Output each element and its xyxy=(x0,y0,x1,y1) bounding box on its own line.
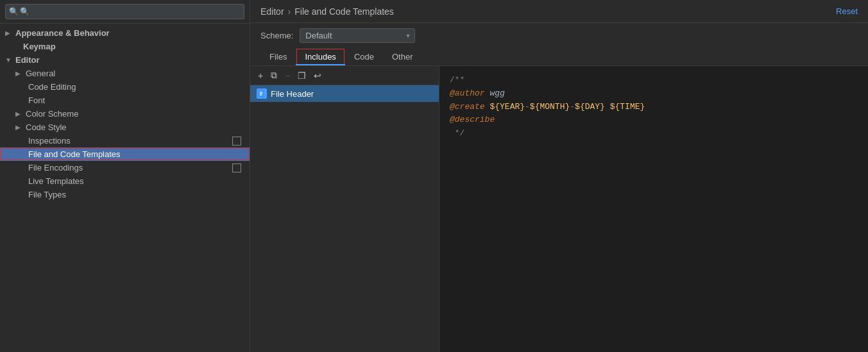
sidebar-item-color-scheme[interactable]: ▶ Color Scheme xyxy=(0,107,250,121)
search-bar: 🔍 xyxy=(0,0,250,24)
sidebar-item-code-style[interactable]: ▶ Code Style xyxy=(0,121,250,134)
file-item-file-header[interactable]: File Header xyxy=(250,85,439,102)
sidebar-item-inspections[interactable]: Inspections xyxy=(0,134,250,147)
arrow-icon: ▶ xyxy=(15,124,23,131)
sidebar-item-font[interactable]: Font xyxy=(0,94,250,107)
sidebar-item-label: Appearance & Behavior xyxy=(15,28,110,38)
breadcrumb: Editor › File and Code Templates xyxy=(260,6,394,17)
duplicate-button[interactable]: ❐ xyxy=(295,69,309,82)
copy-button[interactable]: ⧉ xyxy=(268,69,280,82)
arrow-icon: ▼ xyxy=(5,56,13,63)
scheme-label: Scheme: xyxy=(260,31,293,40)
sidebar-item-file-and-code-templates[interactable]: File and Code Templates xyxy=(0,147,250,161)
code-line-1: /** xyxy=(450,74,858,87)
sidebar-item-label: Editor xyxy=(15,55,40,65)
sidebar-item-code-editing[interactable]: Code Editing xyxy=(0,80,250,94)
sidebar-item-appearance[interactable]: ▶ Appearance & Behavior xyxy=(0,26,250,40)
sidebar-item-general[interactable]: ▶ General xyxy=(0,67,250,80)
code-dash1: - xyxy=(525,102,530,112)
file-encodings-icon xyxy=(232,163,241,172)
file-list-panel: + ⧉ − ❐ ↩ File Header xyxy=(250,66,439,352)
breadcrumb-part2: File and Code Templates xyxy=(294,6,394,17)
code-var-day: ${DAY} xyxy=(575,102,605,112)
reset-button[interactable]: Reset xyxy=(836,6,858,16)
add-button[interactable]: + xyxy=(255,69,266,82)
inspections-icon xyxy=(232,137,241,146)
sidebar-item-label: File Types xyxy=(28,190,66,199)
scheme-select[interactable]: Default xyxy=(300,28,415,43)
main-content: Editor › File and Code Templates Reset S… xyxy=(250,0,868,352)
tab-includes[interactable]: Includes xyxy=(296,48,345,65)
sidebar-item-label: Keymap xyxy=(23,42,56,51)
reset-template-button[interactable]: ↩ xyxy=(311,69,324,82)
sidebar-item-label: Code Editing xyxy=(28,82,76,92)
header-bar: Editor › File and Code Templates Reset xyxy=(250,0,868,23)
code-comment-open: /** xyxy=(450,75,464,85)
arrow-icon: ▶ xyxy=(15,110,23,117)
code-line-4: @describe xyxy=(450,113,858,127)
breadcrumb-part1: Editor xyxy=(260,6,284,17)
code-tag-author: @author xyxy=(450,88,485,98)
tab-code[interactable]: Code xyxy=(345,48,383,65)
sidebar-item-keymap[interactable]: Keymap xyxy=(0,40,250,53)
file-item-label: File Header xyxy=(271,89,314,99)
scheme-row: Scheme: Default xyxy=(250,23,868,48)
code-editor[interactable]: /** @author wgg @create ${YEAR}-${MONTH}… xyxy=(439,66,868,352)
sidebar: 🔍 ▶ Appearance & Behavior Keymap ▼ Edito… xyxy=(0,0,250,352)
sidebar-item-label: General xyxy=(26,69,55,78)
code-dash2: - xyxy=(570,102,575,112)
scheme-select-wrap: Default xyxy=(300,28,415,43)
code-var-year: ${YEAR} xyxy=(489,102,525,112)
sidebar-item-label: Font xyxy=(28,96,45,105)
arrow-icon: ▶ xyxy=(5,29,13,37)
sidebar-item-editor[interactable]: ▼ Editor xyxy=(0,53,250,67)
sidebar-item-label: Color Scheme xyxy=(26,109,78,119)
code-line-3: @create ${YEAR}-${MONTH}-${DAY} ${TIME} xyxy=(450,101,858,114)
code-val-author: wgg xyxy=(485,88,505,98)
content-area: + ⧉ − ❐ ↩ File Header xyxy=(250,66,868,352)
sidebar-item-label: File and Code Templates xyxy=(28,149,121,159)
code-var-time: ${TIME} xyxy=(610,102,645,112)
file-list: File Header xyxy=(250,85,439,352)
breadcrumb-separator: › xyxy=(288,6,291,17)
search-wrap: 🔍 xyxy=(5,4,244,19)
code-line-5: */ xyxy=(450,127,858,140)
code-var-month: ${MONTH} xyxy=(530,102,570,112)
code-line-2: @author wgg xyxy=(450,87,858,101)
tab-other[interactable]: Other xyxy=(383,48,422,65)
sidebar-item-label: Live Templates xyxy=(28,176,83,186)
arrow-icon: ▶ xyxy=(15,70,23,77)
file-header-icon xyxy=(257,88,267,99)
sidebar-item-label: File Encodings xyxy=(28,163,83,172)
toolbar-row: + ⧉ − ❐ ↩ xyxy=(250,66,439,85)
code-space2 xyxy=(605,102,610,112)
sidebar-item-label: Code Style xyxy=(26,122,67,132)
remove-button[interactable]: − xyxy=(282,69,293,82)
tabs-bar: Files Includes Code Other xyxy=(250,48,868,66)
search-icon: 🔍 xyxy=(9,7,19,16)
code-tag-create: @create xyxy=(450,102,485,112)
sidebar-item-live-templates[interactable]: Live Templates xyxy=(0,174,250,188)
sidebar-item-label: Inspections xyxy=(28,136,71,146)
code-comment-close: */ xyxy=(450,128,464,138)
tab-files[interactable]: Files xyxy=(260,48,296,65)
sidebar-nav: ▶ Appearance & Behavior Keymap ▼ Editor … xyxy=(0,24,250,352)
sidebar-item-file-types[interactable]: File Types xyxy=(0,188,250,201)
code-tag-describe: @describe xyxy=(450,115,495,124)
search-input[interactable] xyxy=(5,4,244,19)
sidebar-item-file-encodings[interactable]: File Encodings xyxy=(0,161,250,174)
